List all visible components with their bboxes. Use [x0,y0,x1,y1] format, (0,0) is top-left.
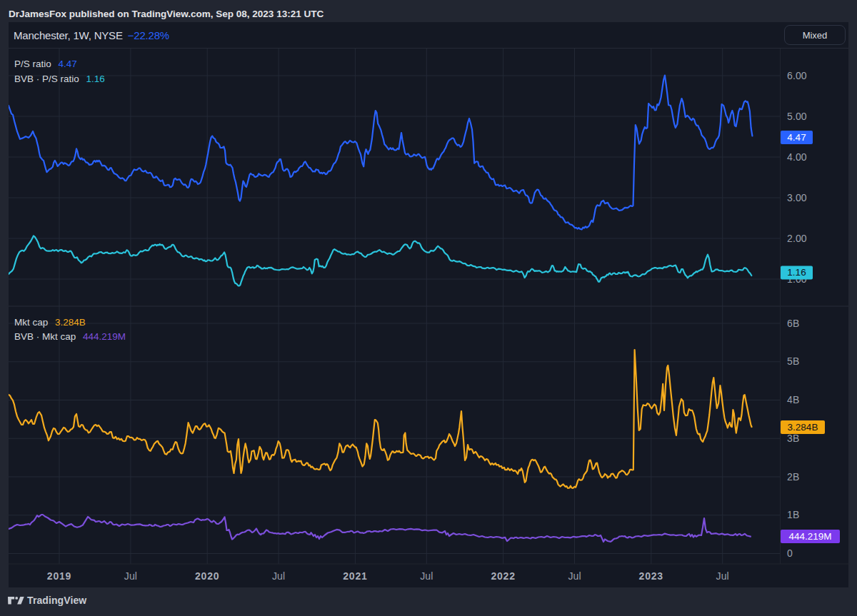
svg-text:0: 0 [787,547,793,559]
svg-text:3.284B: 3.284B [788,422,818,433]
svg-text:2021: 2021 [343,570,367,582]
svg-text:6.00: 6.00 [787,70,807,81]
svg-text:444.219M: 444.219M [788,531,831,542]
svg-text:Jul: Jul [124,570,137,582]
svg-text:1.16: 1.16 [787,267,806,278]
svg-text:4.00: 4.00 [787,151,807,163]
svg-text:Jul: Jul [420,570,433,582]
svg-text:5B: 5B [787,355,799,367]
svg-text:2022: 2022 [491,570,515,582]
svg-text:2019: 2019 [47,570,71,582]
svg-text:4B: 4B [787,394,799,405]
svg-text:1B: 1B [787,509,799,520]
svg-text:2023: 2023 [639,570,663,582]
svg-text:3B: 3B [787,433,799,444]
svg-text:2020: 2020 [195,570,219,582]
svg-text:2.00: 2.00 [787,233,807,244]
svg-text:3.00: 3.00 [787,192,807,203]
svg-text:2B: 2B [787,471,799,483]
svg-text:4.47: 4.47 [787,132,806,143]
svg-text:Jul: Jul [568,570,581,582]
svg-text:5.00: 5.00 [787,111,807,122]
svg-text:6B: 6B [787,318,799,329]
svg-text:Jul: Jul [716,570,729,582]
svg-text:Jul: Jul [272,570,285,582]
